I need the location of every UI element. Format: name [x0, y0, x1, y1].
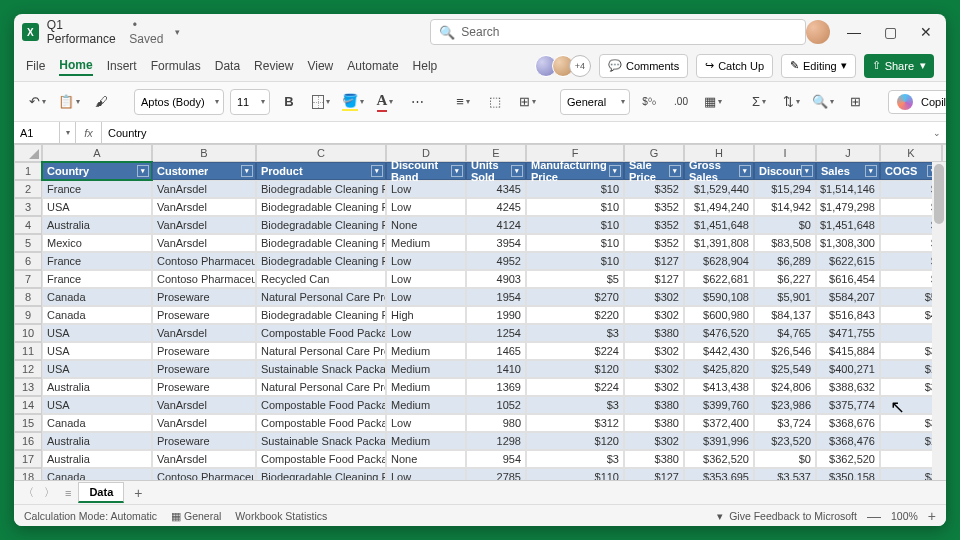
menu-file[interactable]: File: [26, 57, 45, 75]
data-cell[interactable]: $413,438: [684, 378, 754, 396]
data-cell[interactable]: $1,451,648: [816, 216, 880, 234]
filter-dropdown-icon[interactable]: ▾: [865, 165, 877, 177]
filter-dropdown-icon[interactable]: ▾: [669, 165, 681, 177]
data-cell[interactable]: $372,400: [684, 414, 754, 432]
row-header[interactable]: 17: [14, 450, 42, 468]
data-cell[interactable]: Biodegradable Cleaning Products: [256, 198, 386, 216]
data-cell[interactable]: VanArsdel: [152, 450, 256, 468]
data-cell[interactable]: $380: [624, 324, 684, 342]
filter-dropdown-icon[interactable]: ▾: [137, 165, 149, 177]
table-header-cell[interactable]: Sale Price▾: [624, 162, 684, 180]
data-cell[interactable]: USA: [42, 198, 152, 216]
fill-color-button[interactable]: 🪣▾: [340, 89, 366, 115]
catch-up-button[interactable]: ↪Catch Up: [696, 54, 773, 78]
data-cell[interactable]: 1052: [466, 396, 526, 414]
decrease-decimal-button[interactable]: .00: [668, 89, 694, 115]
formula-expand-button[interactable]: ⌄: [928, 128, 946, 138]
data-cell[interactable]: France: [42, 270, 152, 288]
data-cell[interactable]: $127: [624, 270, 684, 288]
data-cell[interactable]: Compostable Food Packaging: [256, 396, 386, 414]
data-cell[interactable]: Sustainable Snack Packaging: [256, 432, 386, 450]
align-left-button[interactable]: ≡▾: [450, 89, 476, 115]
filter-dropdown-icon[interactable]: ▾: [801, 165, 813, 177]
data-cell[interactable]: $3,537: [754, 468, 816, 480]
row-header[interactable]: 4: [14, 216, 42, 234]
data-cell[interactable]: Medium: [386, 234, 466, 252]
data-cell[interactable]: $14,942: [754, 198, 816, 216]
data-cell[interactable]: Recycled Can: [256, 270, 386, 288]
data-cell[interactable]: Canada: [42, 288, 152, 306]
data-cell[interactable]: USA: [42, 396, 152, 414]
data-cell[interactable]: $380: [624, 414, 684, 432]
row-header[interactable]: 6: [14, 252, 42, 270]
data-cell[interactable]: $5: [526, 270, 624, 288]
filter-dropdown-icon[interactable]: ▾: [451, 165, 463, 177]
data-cell[interactable]: $6,289: [754, 252, 816, 270]
data-cell[interactable]: $425,820: [684, 360, 754, 378]
row-header[interactable]: 12: [14, 360, 42, 378]
data-cell[interactable]: None: [386, 216, 466, 234]
row-header[interactable]: 3: [14, 198, 42, 216]
data-cell[interactable]: $362,520: [684, 450, 754, 468]
data-cell[interactable]: USA: [42, 360, 152, 378]
menu-view[interactable]: View: [307, 57, 333, 75]
data-cell[interactable]: $25,549: [754, 360, 816, 378]
column-header[interactable]: I: [754, 144, 816, 162]
data-cell[interactable]: $4,765: [754, 324, 816, 342]
row-header[interactable]: 11: [14, 342, 42, 360]
data-cell[interactable]: Proseware: [152, 306, 256, 324]
data-cell[interactable]: Low: [386, 324, 466, 342]
data-cell[interactable]: $127: [624, 252, 684, 270]
vertical-scrollbar[interactable]: [932, 162, 946, 480]
menu-data[interactable]: Data: [215, 57, 240, 75]
data-cell[interactable]: 3954: [466, 234, 526, 252]
data-cell[interactable]: Australia: [42, 378, 152, 396]
data-cell[interactable]: $353,695: [684, 468, 754, 480]
data-cell[interactable]: High: [386, 306, 466, 324]
data-cell[interactable]: $127: [624, 468, 684, 480]
data-cell[interactable]: $628,904: [684, 252, 754, 270]
font-size-select[interactable]: 11: [230, 89, 270, 115]
data-cell[interactable]: Sustainable Snack Packaging: [256, 360, 386, 378]
number-format-select[interactable]: General: [560, 89, 630, 115]
row-header[interactable]: 7: [14, 270, 42, 288]
data-cell[interactable]: Medium: [386, 432, 466, 450]
data-cell[interactable]: $352: [624, 234, 684, 252]
addins-button[interactable]: ⊞: [842, 89, 868, 115]
data-cell[interactable]: Canada: [42, 468, 152, 480]
data-cell[interactable]: Low: [386, 252, 466, 270]
column-header[interactable]: J: [816, 144, 880, 162]
menu-home[interactable]: Home: [59, 56, 92, 76]
data-cell[interactable]: 1954: [466, 288, 526, 306]
table-header-cell[interactable]: Units Sold▾: [466, 162, 526, 180]
wrap-text-button[interactable]: ⬚: [482, 89, 508, 115]
table-header-cell[interactable]: Country▾: [42, 162, 152, 180]
filter-dropdown-icon[interactable]: ▾: [609, 165, 621, 177]
table-header-cell[interactable]: Customer▾: [152, 162, 256, 180]
data-cell[interactable]: $302: [624, 342, 684, 360]
table-header-cell[interactable]: Product▾: [256, 162, 386, 180]
select-all-corner[interactable]: [14, 144, 42, 162]
data-cell[interactable]: $380: [624, 396, 684, 414]
scrollbar-thumb[interactable]: [934, 164, 944, 224]
data-cell[interactable]: Low: [386, 270, 466, 288]
row-header[interactable]: 9: [14, 306, 42, 324]
sheet-tab-data[interactable]: Data: [78, 482, 124, 503]
data-cell[interactable]: VanArsdel: [152, 324, 256, 342]
spreadsheet-grid[interactable]: ABCDEFGHIJK1Country▾Customer▾Product▾Dis…: [14, 144, 946, 480]
data-cell[interactable]: $380: [624, 450, 684, 468]
data-cell[interactable]: Medium: [386, 360, 466, 378]
data-cell[interactable]: VanArsdel: [152, 198, 256, 216]
data-cell[interactable]: Natural Personal Care Products: [256, 342, 386, 360]
data-cell[interactable]: $220: [526, 306, 624, 324]
zoom-in-button[interactable]: +: [928, 508, 936, 524]
data-cell[interactable]: 4952: [466, 252, 526, 270]
data-cell[interactable]: $110: [526, 468, 624, 480]
data-cell[interactable]: $302: [624, 378, 684, 396]
data-cell[interactable]: $224: [526, 342, 624, 360]
user-avatar[interactable]: [806, 20, 830, 44]
data-cell[interactable]: $362,520: [816, 450, 880, 468]
comments-button[interactable]: 💬Comments: [599, 54, 688, 78]
undo-button[interactable]: ↶▾: [24, 89, 50, 115]
data-cell[interactable]: Biodegradable Cleaning Products: [256, 252, 386, 270]
